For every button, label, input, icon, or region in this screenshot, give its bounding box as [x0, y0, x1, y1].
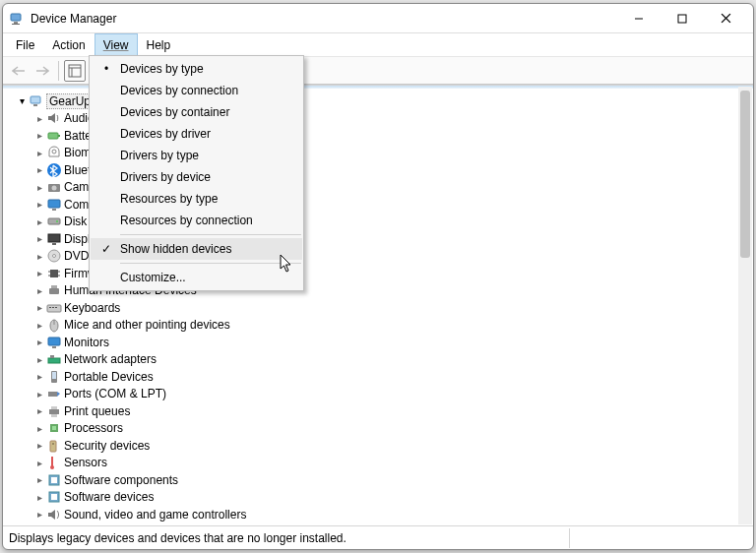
- svg-rect-46: [49, 409, 59, 414]
- tree-item-label: Ports (COM & LPT): [64, 387, 166, 400]
- svg-rect-36: [55, 307, 57, 308]
- chevron-right-icon[interactable]: ▸: [34, 182, 44, 193]
- menu-devices-by-type[interactable]: •Devices by type: [91, 58, 302, 80]
- tree-item-label: Mice and other pointing devices: [64, 318, 230, 332]
- chevron-right-icon[interactable]: ▸: [34, 458, 44, 468]
- svg-rect-33: [47, 305, 61, 312]
- minimize-button[interactable]: [617, 5, 661, 32]
- tree-item-security[interactable]: ▸Security devices: [3, 437, 753, 455]
- tree-item-label: Software components: [64, 473, 178, 487]
- chevron-right-icon[interactable]: ▸: [34, 285, 44, 296]
- chevron-right-icon[interactable]: ▸: [34, 354, 44, 365]
- properties-button[interactable]: [64, 60, 86, 82]
- scrollbar-thumb[interactable]: [740, 91, 750, 258]
- chevron-right-icon[interactable]: ▸: [34, 199, 44, 210]
- svg-rect-35: [52, 307, 54, 308]
- chevron-right-icon[interactable]: ▸: [34, 371, 44, 382]
- menu-resources-by-type[interactable]: Resources by type: [91, 188, 302, 210]
- svg-point-14: [52, 150, 56, 154]
- tree-item-label: Print queues: [64, 404, 130, 418]
- forward-button[interactable]: [32, 60, 53, 82]
- menu-devices-by-driver[interactable]: Devices by driver: [91, 123, 302, 145]
- chevron-right-icon[interactable]: ▸: [34, 268, 44, 278]
- tree-item-network[interactable]: ▸Network adapters: [3, 351, 753, 369]
- chevron-right-icon[interactable]: ▸: [34, 474, 44, 485]
- chevron-right-icon[interactable]: ▸: [34, 216, 44, 227]
- tree-item-software-components[interactable]: ▸Software components: [3, 471, 753, 489]
- svg-rect-44: [52, 372, 56, 379]
- menu-devices-by-connection[interactable]: Devices by connection: [91, 80, 302, 101]
- svg-rect-39: [48, 338, 60, 345]
- chevron-right-icon[interactable]: ▸: [34, 130, 44, 141]
- tree-item-software-devices[interactable]: ▸Software devices: [3, 489, 753, 507]
- chevron-right-icon[interactable]: ▸: [34, 233, 44, 244]
- tree-root-label: GearUp: [46, 93, 94, 109]
- status-text: Displays legacy devices and devices that…: [9, 531, 346, 545]
- svg-point-54: [50, 465, 54, 469]
- monitors-icon: [46, 335, 62, 350]
- svg-rect-50: [52, 426, 56, 430]
- svg-point-17: [52, 186, 57, 191]
- chevron-right-icon[interactable]: ▸: [34, 251, 44, 262]
- menu-drivers-by-device[interactable]: Drivers by device: [91, 166, 302, 188]
- svg-point-52: [52, 443, 54, 445]
- maximize-button[interactable]: [661, 5, 704, 32]
- tree-item-print-queues[interactable]: ▸Print queues: [3, 402, 753, 420]
- menu-file[interactable]: File: [7, 33, 43, 56]
- chevron-right-icon[interactable]: ▸: [34, 320, 44, 331]
- menu-drivers-by-type[interactable]: Drivers by type: [91, 145, 302, 166]
- tree-item-ports[interactable]: ▸Ports (COM & LPT): [3, 386, 753, 403]
- audio-icon: [46, 110, 62, 126]
- tree-item-label: Sound, video and game controllers: [64, 508, 246, 522]
- svg-rect-32: [51, 285, 57, 288]
- tree-item-keyboards[interactable]: ▸Keyboards: [3, 299, 753, 317]
- menu-show-hidden-devices[interactable]: ✓Show hidden devices: [91, 238, 302, 260]
- display-adapters-icon: [46, 231, 62, 247]
- chevron-right-icon[interactable]: ▸: [34, 509, 44, 520]
- tree-item-label: Network adapters: [64, 352, 157, 366]
- window-title: Device Manager: [31, 12, 116, 26]
- svg-rect-26: [50, 270, 58, 277]
- tree-item-mice[interactable]: ▸Mice and other pointing devices: [3, 317, 753, 335]
- toolbar-separator: [58, 61, 59, 81]
- chevron-right-icon[interactable]: ▸: [34, 492, 44, 503]
- chevron-right-icon[interactable]: ▸: [34, 389, 44, 399]
- tree-item-processors[interactable]: ▸Processors: [3, 420, 753, 438]
- chevron-right-icon[interactable]: ▸: [34, 423, 44, 434]
- menu-resources-by-connection[interactable]: Resources by connection: [91, 210, 302, 231]
- svg-rect-18: [48, 200, 60, 208]
- chevron-right-icon[interactable]: ▸: [34, 440, 44, 451]
- tree-item-portable[interactable]: ▸Portable Devices: [3, 368, 753, 386]
- menu-help[interactable]: Help: [138, 33, 180, 56]
- tree-item-monitors[interactable]: ▸Monitors: [3, 334, 753, 351]
- svg-rect-56: [51, 477, 57, 483]
- tree-item-sensors[interactable]: ▸Sensors: [3, 455, 753, 472]
- svg-rect-0: [11, 14, 21, 21]
- chevron-down-icon[interactable]: ▾: [17, 95, 27, 106]
- svg-rect-41: [48, 358, 60, 363]
- menu-devices-by-container[interactable]: Devices by container: [91, 101, 302, 123]
- menu-action[interactable]: Action: [43, 33, 94, 56]
- chevron-right-icon[interactable]: ▸: [34, 164, 44, 175]
- titlebar: Device Manager: [3, 4, 753, 33]
- svg-rect-4: [678, 15, 686, 23]
- svg-rect-13: [58, 135, 60, 137]
- view-dropdown-menu: •Devices by type Devices by connection D…: [89, 55, 304, 291]
- tree-item-sound[interactable]: ▸Sound, video and game controllers: [3, 506, 753, 523]
- svg-rect-20: [48, 218, 60, 224]
- svg-rect-23: [52, 243, 56, 245]
- chevron-right-icon[interactable]: ▸: [34, 405, 44, 416]
- tree-item-label: Processors: [64, 421, 123, 435]
- check-icon: ✓: [98, 242, 114, 256]
- svg-rect-48: [51, 414, 57, 417]
- chevron-right-icon[interactable]: ▸: [34, 148, 44, 158]
- chevron-right-icon[interactable]: ▸: [34, 113, 44, 124]
- chevron-right-icon[interactable]: ▸: [34, 302, 44, 313]
- back-button[interactable]: [8, 60, 30, 82]
- tree-item-label: Sensors: [64, 456, 107, 469]
- chevron-right-icon[interactable]: ▸: [34, 337, 44, 347]
- menu-view[interactable]: View: [94, 33, 138, 56]
- vertical-scrollbar[interactable]: [738, 87, 752, 524]
- menu-customize[interactable]: Customize...: [91, 267, 302, 288]
- close-button[interactable]: [704, 5, 747, 32]
